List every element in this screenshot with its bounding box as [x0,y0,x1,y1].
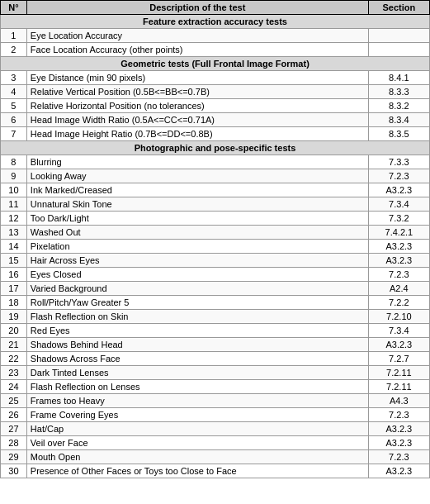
row-no: 16 [1,268,27,282]
table-row: 3 Eye Distance (min 90 pixels) 8.4.1 [1,71,430,85]
row-desc: Washed Out [26,226,368,240]
row-section: A4.3 [368,394,429,408]
row-desc: Veil over Face [26,436,368,450]
row-section: A3.2.3 [368,240,429,254]
section-header-feature: Feature extraction accuracy tests [1,15,430,29]
row-desc: Relative Horizontal Position (no toleran… [26,99,368,113]
row-desc: Frame Covering Eyes [26,408,368,422]
row-desc: Eye Location Accuracy [26,29,368,43]
table-row: 29 Mouth Open 7.2.3 [1,450,430,464]
row-section: 8.3.3 [368,85,429,99]
table-row: 8 Blurring 7.3.3 [1,155,430,169]
table-row: 25 Frames too Heavy A4.3 [1,394,430,408]
row-section: 8.3.2 [368,99,429,113]
table-row: 5 Relative Horizontal Position (no toler… [1,99,430,113]
row-section: A3.2.3 [368,254,429,268]
table-row: 23 Dark Tinted Lenses 7.2.11 [1,366,430,380]
row-section: 7.2.3 [368,450,429,464]
table-row: 27 Hat/Cap A3.2.3 [1,422,430,436]
table-row: 13 Washed Out 7.4.2.1 [1,226,430,240]
table-row: 28 Veil over Face A3.2.3 [1,436,430,450]
table-row: 30 Presence of Other Faces or Toys too C… [1,464,430,478]
row-section: 8.4.1 [368,71,429,85]
row-no: 18 [1,296,27,310]
table-row: 11 Unnatural Skin Tone 7.3.4 [1,197,430,212]
section-header-feature-label: Feature extraction accuracy tests [1,15,430,29]
row-no: 10 [1,183,27,197]
row-section: 8.3.5 [368,127,429,141]
row-desc: Roll/Pitch/Yaw Greater 5 [26,296,368,310]
table-row: 15 Hair Across Eyes A3.2.3 [1,254,430,268]
row-section: 7.4.2.1 [368,226,429,240]
row-section: 7.2.2 [368,296,429,310]
table-row: 9 Looking Away 7.2.3 [1,169,430,183]
row-section: 7.3.3 [368,155,429,169]
row-desc: Mouth Open [26,450,368,464]
row-desc: Flash Reflection on Lenses [26,380,368,394]
header-section: Section [368,1,429,15]
test-table: N° Description of the test Section Featu… [0,0,430,478]
row-desc: Head Image Height Ratio (0.7B<=DD<=0.8B) [26,127,368,141]
row-section: 7.3.4 [368,324,429,338]
row-desc: Too Dark/Light [26,212,368,226]
row-section: 7.2.7 [368,352,429,366]
row-section: A3.2.3 [368,436,429,450]
row-desc: Varied Background [26,282,368,296]
table-row: 21 Shadows Behind Head A3.2.3 [1,338,430,352]
row-desc: Hat/Cap [26,422,368,436]
row-section: 8.3.4 [368,113,429,127]
table-row: 10 Ink Marked/Creased A3.2.3 [1,183,430,197]
row-no: 4 [1,85,27,99]
row-no: 19 [1,310,27,324]
table-row: 20 Red Eyes 7.3.4 [1,324,430,338]
row-no: 17 [1,282,27,296]
row-desc: Flash Reflection on Skin [26,310,368,324]
header-no: N° [1,1,27,15]
table-row: 2 Face Location Accuracy (other points) [1,43,430,57]
section-header-geometric-label: Geometric tests (Full Frontal Image Form… [1,57,430,71]
row-section [368,29,429,43]
row-desc: Relative Vertical Position (0.5B<=BB<=0.… [26,85,368,99]
row-desc: Eye Distance (min 90 pixels) [26,71,368,85]
row-desc: Looking Away [26,169,368,183]
table-row: 14 Pixelation A3.2.3 [1,240,430,254]
row-desc: Head Image Width Ratio (0.5A<=CC<=0.71A) [26,113,368,127]
table-row: 26 Frame Covering Eyes 7.2.3 [1,408,430,422]
section-header-photographic: Photographic and pose-specific tests [1,141,430,155]
row-desc: Dark Tinted Lenses [26,366,368,380]
row-desc: Shadows Across Face [26,352,368,366]
row-desc: Hair Across Eyes [26,254,368,268]
row-section: 7.2.11 [368,366,429,380]
row-no: 6 [1,113,27,127]
row-desc: Eyes Closed [26,268,368,282]
row-no: 25 [1,394,27,408]
row-no: 2 [1,43,27,57]
row-section: 7.2.11 [368,380,429,394]
row-no: 20 [1,324,27,338]
row-desc: Shadows Behind Head [26,338,368,352]
row-no: 28 [1,436,27,450]
row-desc: Unnatural Skin Tone [26,197,368,212]
row-no: 23 [1,366,27,380]
table-row: 4 Relative Vertical Position (0.5B<=BB<=… [1,85,430,99]
table-row: 6 Head Image Width Ratio (0.5A<=CC<=0.71… [1,113,430,127]
row-no: 26 [1,408,27,422]
row-no: 15 [1,254,27,268]
row-section: 7.2.10 [368,310,429,324]
row-section: 7.2.3 [368,268,429,282]
table-row: 19 Flash Reflection on Skin 7.2.10 [1,310,430,324]
table-row: 12 Too Dark/Light 7.3.2 [1,212,430,226]
row-desc: Frames too Heavy [26,394,368,408]
table-row: 7 Head Image Height Ratio (0.7B<=DD<=0.8… [1,127,430,141]
row-section: 7.3.4 [368,197,429,212]
row-no: 8 [1,155,27,169]
row-no: 14 [1,240,27,254]
row-section: A3.2.3 [368,464,429,478]
row-section: 7.3.2 [368,212,429,226]
row-no: 30 [1,464,27,478]
row-desc: Ink Marked/Creased [26,183,368,197]
row-desc: Pixelation [26,240,368,254]
row-section: 7.2.3 [368,408,429,422]
row-no: 22 [1,352,27,366]
table-row: 22 Shadows Across Face 7.2.7 [1,352,430,366]
